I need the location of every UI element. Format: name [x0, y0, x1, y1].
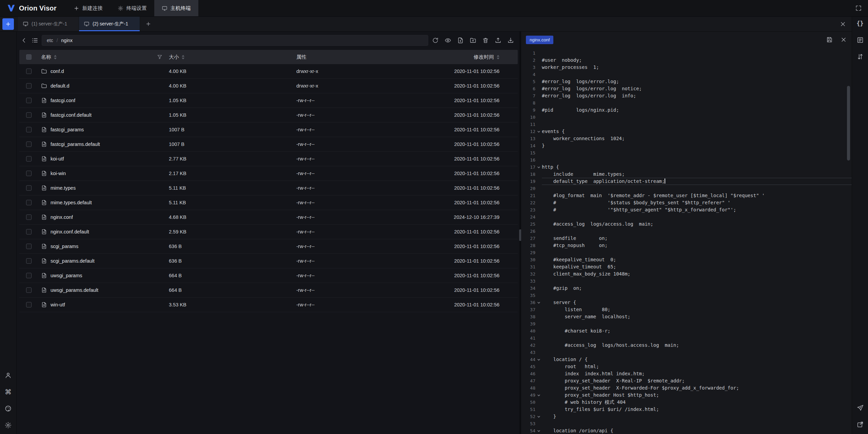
- fold-chevron-icon[interactable]: [535, 299, 542, 306]
- table-row[interactable]: scgi_params636 B-rw-r--r--2020-11-01 10:…: [19, 239, 518, 254]
- header-size[interactable]: 大小: [169, 54, 296, 60]
- row-checkbox[interactable]: [26, 287, 32, 293]
- file-name[interactable]: uwsgi_params: [51, 273, 82, 278]
- fold-chevron-icon[interactable]: [535, 392, 542, 399]
- breadcrumb-item-nginx[interactable]: nginx: [61, 38, 73, 43]
- close-panel-icon[interactable]: [840, 21, 846, 27]
- fullscreen-icon[interactable]: [855, 5, 862, 12]
- sort-carets-icon[interactable]: [182, 55, 184, 59]
- file-name[interactable]: nginx.conf.default: [51, 229, 89, 234]
- table-row[interactable]: nginx.conf.default2.59 KB-rw-r--r--2020-…: [19, 225, 518, 239]
- open-file-tag[interactable]: nginx.conf: [526, 36, 553, 44]
- breadcrumb-item-etc[interactable]: etc: [47, 38, 53, 43]
- refresh-icon[interactable]: [432, 37, 439, 44]
- back-icon[interactable]: [20, 37, 28, 44]
- file-name[interactable]: nginx.conf: [51, 214, 73, 220]
- download-icon[interactable]: [507, 37, 514, 44]
- tab-server-2[interactable]: (2) server-生产-1: [79, 17, 140, 31]
- row-checkbox[interactable]: [26, 273, 32, 278]
- theme-icon[interactable]: [4, 405, 12, 412]
- save-icon[interactable]: [826, 36, 833, 43]
- file-name[interactable]: mime.types.default: [51, 200, 92, 205]
- launch-icon[interactable]: [856, 421, 864, 428]
- tab-server-1[interactable]: (1) server-生产-1: [18, 17, 79, 31]
- fold-chevron-icon[interactable]: [535, 427, 542, 434]
- file-name[interactable]: fastcgi.conf.default: [51, 112, 92, 118]
- send-icon[interactable]: [856, 404, 864, 412]
- table-row[interactable]: fastcgi.conf.default1.05 KB-rw-r--r--202…: [19, 108, 518, 122]
- file-name[interactable]: scgi_params.default: [51, 258, 95, 264]
- new-connection-button[interactable]: [2, 18, 14, 30]
- editor-scrollbar[interactable]: [847, 86, 850, 161]
- fold-chevron-icon[interactable]: [535, 128, 542, 135]
- table-row[interactable]: nginx.conf4.68 KB-rw-r--r--2024-12-10 16…: [19, 210, 518, 225]
- code-area[interactable]: 12#user nobody;3worker_processes 1;45#er…: [521, 48, 852, 434]
- gear-icon[interactable]: [4, 421, 12, 429]
- close-editor-icon[interactable]: [840, 36, 847, 43]
- table-row[interactable]: win-utf3.53 KB-rw-r--r--2020-11-01 10:02…: [19, 298, 518, 312]
- table-row[interactable]: default.d4.00 KBdrwxr-xr-x2020-11-01 10:…: [19, 79, 518, 93]
- row-checkbox[interactable]: [26, 171, 32, 176]
- table-row[interactable]: scgi_params.default636 B-rw-r--r--2020-1…: [19, 254, 518, 268]
- folder-add-icon[interactable]: [470, 37, 476, 44]
- row-checkbox[interactable]: [26, 127, 32, 132]
- menu-terminal-settings[interactable]: 终端设置: [110, 0, 154, 16]
- table-row[interactable]: uwsgi_params664 B-rw-r--r--2020-11-01 10…: [19, 268, 518, 283]
- row-checkbox[interactable]: [26, 244, 32, 249]
- row-checkbox[interactable]: [26, 112, 32, 118]
- menu-host-terminal[interactable]: 主机终端: [154, 0, 198, 16]
- file-name[interactable]: fastcgi_params: [51, 127, 84, 132]
- file-name[interactable]: koi-win: [51, 171, 66, 176]
- upload-icon[interactable]: [495, 37, 501, 44]
- file-name[interactable]: conf.d: [51, 69, 64, 74]
- layout-icon[interactable]: [856, 36, 864, 44]
- select-all-checkbox[interactable]: [26, 54, 32, 60]
- row-checkbox[interactable]: [26, 200, 32, 205]
- table-row[interactable]: fastcgi_params.default1007 B-rw-r--r--20…: [19, 137, 518, 152]
- row-checkbox[interactable]: [26, 98, 32, 103]
- row-checkbox[interactable]: [26, 141, 32, 147]
- table-row[interactable]: mime.types.default5.11 KB-rw-r--r--2020-…: [19, 195, 518, 210]
- table-row[interactable]: fastcgi_params1007 B-rw-r--r--2020-11-01…: [19, 122, 518, 137]
- command-icon[interactable]: ⌘: [4, 388, 12, 396]
- sort-carets-icon[interactable]: [497, 55, 499, 59]
- fold-chevron-icon[interactable]: [535, 413, 542, 420]
- row-checkbox[interactable]: [26, 214, 32, 220]
- braces-icon[interactable]: {}: [856, 20, 864, 27]
- user-icon[interactable]: [4, 372, 12, 379]
- file-name[interactable]: scgi_params: [51, 244, 78, 249]
- file-name[interactable]: fastcgi.conf: [51, 98, 75, 103]
- filter-icon[interactable]: [157, 54, 163, 60]
- table-row[interactable]: koi-utf2.77 KB-rw-r--r--2020-11-01 10:02…: [19, 152, 518, 166]
- add-tab-icon[interactable]: [145, 21, 151, 27]
- header-mtime[interactable]: 修改时间: [420, 54, 518, 60]
- fold-chevron-icon[interactable]: [535, 164, 542, 171]
- table-row[interactable]: conf.d4.00 KBdrwxr-xr-x2020-11-01 10:02:…: [19, 64, 518, 79]
- row-checkbox[interactable]: [26, 229, 32, 234]
- fold-chevron-icon[interactable]: [535, 356, 542, 363]
- file-name[interactable]: win-utf: [51, 302, 65, 307]
- swap-vertical-icon[interactable]: [856, 53, 864, 60]
- file-name[interactable]: fastcgi_params.default: [51, 141, 100, 147]
- trash-icon[interactable]: [482, 37, 489, 44]
- table-row[interactable]: mime.types5.11 KB-rw-r--r--2020-11-01 10…: [19, 181, 518, 195]
- row-checkbox[interactable]: [26, 258, 32, 264]
- table-row[interactable]: koi-win2.17 KB-rw-r--r--2020-11-01 10:02…: [19, 166, 518, 181]
- row-checkbox[interactable]: [26, 156, 32, 162]
- file-name[interactable]: mime.types: [51, 185, 76, 191]
- file-name[interactable]: koi-utf: [51, 156, 64, 162]
- row-checkbox[interactable]: [26, 302, 32, 307]
- sort-carets-icon[interactable]: [54, 55, 57, 59]
- file-name[interactable]: uwsgi_params.default: [51, 287, 98, 293]
- table-row[interactable]: fastcgi.conf1.05 KB-rw-r--r--2020-11-01 …: [19, 93, 518, 108]
- table-row[interactable]: uwsgi_params.default664 B-rw-r--r--2020-…: [19, 283, 518, 298]
- row-checkbox[interactable]: [26, 69, 32, 74]
- header-name[interactable]: 名称: [38, 54, 169, 60]
- row-checkbox[interactable]: [26, 185, 32, 191]
- file-name[interactable]: default.d: [51, 83, 70, 89]
- list-view-icon[interactable]: [31, 37, 39, 44]
- file-add-icon[interactable]: [457, 37, 464, 44]
- menu-new-connection[interactable]: 新建连接: [66, 0, 110, 16]
- eye-icon[interactable]: [445, 37, 451, 44]
- row-checkbox[interactable]: [26, 83, 32, 89]
